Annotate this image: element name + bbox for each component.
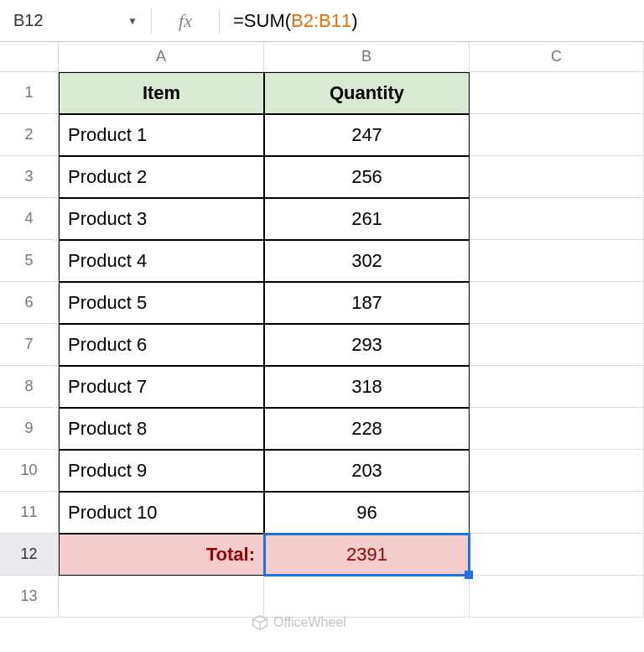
row-header[interactable]: 5 bbox=[0, 240, 59, 282]
empty-cell[interactable] bbox=[470, 534, 644, 576]
item-cell[interactable]: Product 10 bbox=[59, 492, 264, 534]
total-row: 12 Total: 2391 bbox=[0, 534, 644, 576]
empty-row: 13 bbox=[0, 576, 644, 618]
formula-input[interactable]: =SUM(B2:B11) bbox=[220, 10, 644, 32]
item-cell[interactable]: Product 2 bbox=[59, 156, 264, 198]
item-cell[interactable]: Product 8 bbox=[59, 408, 264, 450]
empty-cell[interactable] bbox=[470, 240, 644, 282]
table-row: 7 Product 6 293 bbox=[0, 324, 644, 366]
total-value: 2391 bbox=[346, 544, 387, 566]
formula-prefix: = bbox=[233, 10, 244, 31]
table-row: 3 Product 2 256 bbox=[0, 156, 644, 198]
name-box-value: B12 bbox=[13, 11, 44, 30]
empty-cell[interactable] bbox=[470, 156, 644, 198]
watermark-text: OfficeWheel bbox=[273, 615, 346, 630]
row-header[interactable]: 1 bbox=[0, 72, 59, 114]
logo-icon bbox=[252, 614, 268, 631]
quantity-cell[interactable]: 228 bbox=[264, 408, 470, 450]
row-header[interactable]: 7 bbox=[0, 324, 59, 366]
selection-handle[interactable] bbox=[465, 571, 473, 579]
empty-cell[interactable] bbox=[470, 366, 644, 408]
formula-open-paren: ( bbox=[285, 10, 291, 31]
empty-cell[interactable] bbox=[470, 72, 644, 114]
column-header-c[interactable]: C bbox=[470, 42, 644, 72]
table-row: 11 Product 10 96 bbox=[0, 492, 644, 534]
quantity-cell[interactable]: 293 bbox=[264, 324, 470, 366]
empty-cell[interactable] bbox=[470, 576, 644, 618]
empty-cell[interactable] bbox=[470, 450, 644, 492]
table-row: 5 Product 4 302 bbox=[0, 240, 644, 282]
header-cell-quantity[interactable]: Quantity bbox=[264, 72, 470, 114]
empty-cell[interactable] bbox=[470, 408, 644, 450]
quantity-cell[interactable]: 187 bbox=[264, 282, 470, 324]
table-row: 6 Product 5 187 bbox=[0, 282, 644, 324]
empty-cell[interactable] bbox=[59, 576, 264, 618]
empty-cell[interactable] bbox=[264, 576, 470, 618]
row-header[interactable]: 12 bbox=[0, 534, 59, 576]
item-cell[interactable]: Product 5 bbox=[59, 282, 264, 324]
quantity-cell[interactable]: 261 bbox=[264, 198, 470, 240]
row-header[interactable]: 13 bbox=[0, 576, 59, 618]
table-row: 4 Product 3 261 bbox=[0, 198, 644, 240]
formula-function: SUM bbox=[244, 10, 285, 31]
row-header[interactable]: 8 bbox=[0, 366, 59, 408]
empty-cell[interactable] bbox=[470, 282, 644, 324]
item-cell[interactable]: Product 7 bbox=[59, 366, 264, 408]
item-cell[interactable]: Product 4 bbox=[59, 240, 264, 282]
table-row: 2 Product 1 247 bbox=[0, 114, 644, 156]
column-headers: A B C bbox=[0, 42, 644, 72]
column-header-a[interactable]: A bbox=[59, 42, 264, 72]
quantity-cell[interactable]: 256 bbox=[264, 156, 470, 198]
total-label-cell[interactable]: Total: bbox=[59, 534, 264, 576]
formula-bar: B12 ▼ fx =SUM(B2:B11) bbox=[0, 0, 644, 42]
quantity-cell[interactable]: 203 bbox=[264, 450, 470, 492]
formula-close-paren: ) bbox=[351, 10, 357, 31]
watermark: OfficeWheel bbox=[252, 614, 346, 631]
row-header[interactable]: 3 bbox=[0, 156, 59, 198]
empty-cell[interactable] bbox=[470, 198, 644, 240]
item-cell[interactable]: Product 9 bbox=[59, 450, 264, 492]
row-header[interactable]: 10 bbox=[0, 450, 59, 492]
total-value-cell[interactable]: 2391 bbox=[264, 534, 470, 576]
table-row: 10 Product 9 203 bbox=[0, 450, 644, 492]
empty-cell[interactable] bbox=[470, 324, 644, 366]
empty-cell[interactable] bbox=[470, 114, 644, 156]
quantity-cell[interactable]: 302 bbox=[264, 240, 470, 282]
row-header[interactable]: 6 bbox=[0, 282, 59, 324]
column-header-b[interactable]: B bbox=[264, 42, 470, 72]
row-header[interactable]: 9 bbox=[0, 408, 59, 450]
row-header[interactable]: 11 bbox=[0, 492, 59, 534]
item-cell[interactable]: Product 6 bbox=[59, 324, 264, 366]
item-cell[interactable]: Product 3 bbox=[59, 198, 264, 240]
table-header-row: 1 Item Quantity bbox=[0, 72, 644, 114]
table-row: 8 Product 7 318 bbox=[0, 366, 644, 408]
fx-icon: fx bbox=[152, 10, 219, 32]
formula-range: B2:B11 bbox=[291, 10, 351, 31]
table-row: 9 Product 8 228 bbox=[0, 408, 644, 450]
name-box[interactable]: B12 ▼ bbox=[0, 0, 151, 41]
chevron-down-icon[interactable]: ▼ bbox=[127, 15, 138, 27]
quantity-cell[interactable]: 247 bbox=[264, 114, 470, 156]
row-header[interactable]: 2 bbox=[0, 114, 59, 156]
row-header[interactable]: 4 bbox=[0, 198, 59, 240]
item-cell[interactable]: Product 1 bbox=[59, 114, 264, 156]
quantity-cell[interactable]: 318 bbox=[264, 366, 470, 408]
header-cell-item[interactable]: Item bbox=[59, 72, 264, 114]
select-all-corner[interactable] bbox=[0, 42, 59, 72]
empty-cell[interactable] bbox=[470, 492, 644, 534]
quantity-cell[interactable]: 96 bbox=[264, 492, 470, 534]
